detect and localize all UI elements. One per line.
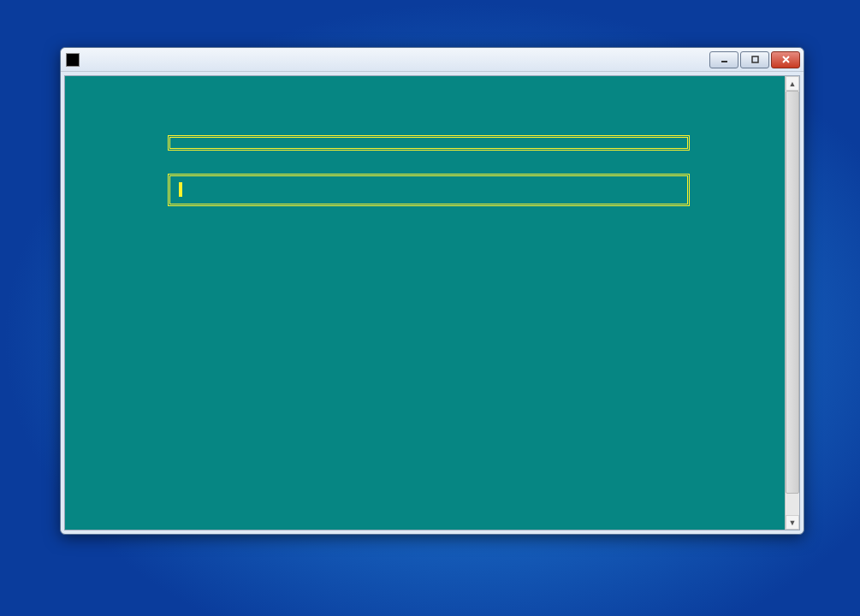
file-input-value[interactable] bbox=[179, 182, 182, 197]
app-icon bbox=[66, 53, 80, 67]
close-button[interactable] bbox=[771, 51, 800, 68]
scroll-thumb[interactable] bbox=[786, 91, 799, 494]
vertical-scrollbar[interactable]: ▲ ▼ bbox=[785, 76, 799, 530]
maximize-button[interactable] bbox=[740, 51, 769, 68]
client-area: ▲ ▼ bbox=[64, 75, 800, 530]
console-output[interactable] bbox=[65, 76, 785, 530]
scroll-up-button[interactable]: ▲ bbox=[786, 76, 799, 91]
scroll-down-button[interactable]: ▼ bbox=[786, 515, 799, 530]
maximize-icon bbox=[750, 55, 760, 64]
titlebar[interactable] bbox=[61, 48, 804, 72]
scroll-track[interactable] bbox=[786, 91, 799, 515]
minimize-icon bbox=[720, 55, 729, 64]
console-window: ▲ ▼ bbox=[60, 47, 804, 535]
minimize-button[interactable] bbox=[709, 51, 738, 68]
prompt-box-numbers bbox=[168, 135, 690, 151]
prompt-box-file bbox=[168, 174, 690, 206]
svg-rect-1 bbox=[752, 56, 758, 62]
close-icon bbox=[781, 55, 791, 64]
